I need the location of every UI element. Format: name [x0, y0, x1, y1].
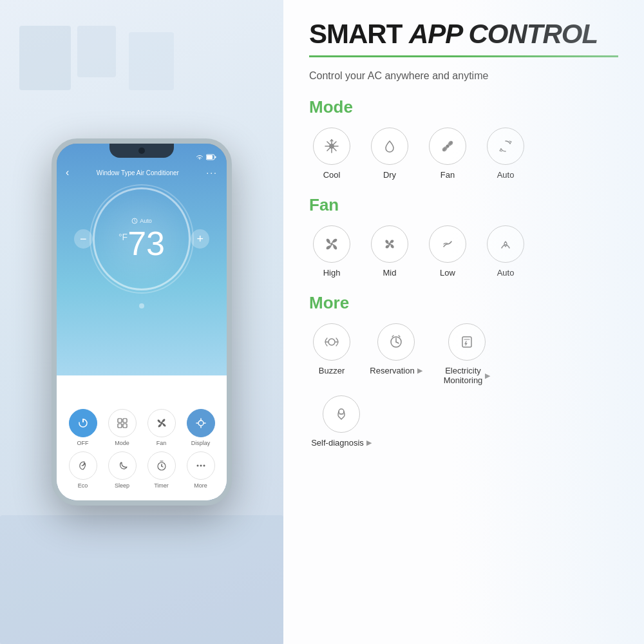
cool-icon-circle[interactable]: [313, 128, 350, 165]
reservation-icon-circle[interactable]: [377, 323, 415, 361]
more-icon-grid-2: Self-diagnosis ▶: [309, 395, 618, 448]
svg-rect-9: [123, 424, 127, 428]
fan-mid-icon-circle[interactable]: [371, 225, 408, 263]
more-electricity[interactable]: ElectricityMonitoring ▶: [438, 323, 496, 385]
timer-button-circle[interactable]: [147, 451, 176, 480]
fan-auto-label: Auto: [497, 268, 515, 278]
auto-mode-label: Auto: [497, 170, 515, 180]
svg-line-38: [392, 336, 393, 337]
title-area: SMART APP CONTROL: [309, 19, 618, 49]
reservation-label-row: Reservation ▶: [370, 366, 422, 375]
mode-fan[interactable]: Fan: [425, 128, 470, 180]
subtitle-text: Control your AC anywhere and anytime: [309, 70, 618, 82]
dry-icon-circle[interactable]: [371, 128, 408, 165]
fan-auto-icon-circle[interactable]: [487, 225, 524, 263]
fan-auto[interactable]: Auto: [483, 225, 528, 278]
auto-icon-circle[interactable]: [487, 128, 524, 165]
status-icons: [196, 154, 216, 160]
display-label: Display: [191, 440, 211, 446]
mode-dry[interactable]: Dry: [367, 128, 412, 180]
eco-label: Eco: [78, 482, 88, 489]
svg-point-42: [339, 409, 344, 414]
svg-point-31: [446, 145, 450, 148]
more-button-circle[interactable]: [187, 451, 215, 480]
mode-button-circle[interactable]: [108, 409, 137, 437]
phone-app-title: Window Type Air Conditioner: [97, 169, 179, 176]
svg-point-21: [200, 465, 202, 467]
fan-low-label: Low: [440, 268, 455, 278]
phone-bottom: OFF Mode Fan: [57, 400, 227, 500]
right-panel: SMART APP CONTROL Control your AC anywhe…: [283, 0, 644, 644]
mode-label: Auto: [131, 218, 152, 224]
mode-cool[interactable]: Cool: [309, 128, 354, 180]
buzzer-label: Buzzer: [319, 366, 345, 375]
left-panel: ‹ Window Type Air Conditioner ··· − Auto…: [0, 0, 283, 644]
fan-section-heading: Fan: [309, 195, 618, 215]
green-divider: [309, 55, 618, 57]
fan-high-icon-circle[interactable]: [313, 225, 350, 263]
svg-point-3: [132, 218, 137, 223]
svg-rect-8: [118, 424, 122, 428]
phone-mockup: ‹ Window Type Air Conditioner ··· − Auto…: [52, 138, 232, 506]
phone-buttons-row2: Eco Sleep Timer: [63, 451, 220, 489]
mode-btn-label: Mode: [115, 440, 129, 446]
fan-low[interactable]: Low: [425, 225, 470, 278]
phone-btn-fan[interactable]: Fan: [147, 409, 176, 446]
more-section-heading: More: [309, 293, 618, 313]
phone-btn-timer[interactable]: Timer: [147, 451, 176, 489]
diagnosis-icon-circle[interactable]: [323, 395, 360, 433]
mode-section-heading: Mode: [309, 97, 618, 117]
electricity-icon-circle[interactable]: [448, 323, 486, 361]
electricity-arrow: ▶: [485, 372, 490, 380]
more-self-diagnosis[interactable]: Self-diagnosis ▶: [309, 395, 374, 448]
phone-btn-display[interactable]: Display: [187, 409, 215, 446]
sleep-button-circle[interactable]: [108, 451, 137, 480]
svg-line-18: [162, 466, 163, 467]
eco-button-circle[interactable]: [69, 451, 97, 480]
mode-auto[interactable]: Auto: [483, 128, 528, 180]
power-button-circle[interactable]: [69, 409, 97, 437]
off-label: OFF: [77, 440, 89, 446]
fan-mode-icon-circle[interactable]: [429, 128, 466, 165]
fan-icon-grid: High Mid Low Auto: [309, 225, 618, 278]
fan-high[interactable]: High: [309, 225, 354, 278]
svg-point-33: [388, 243, 391, 245]
svg-point-10: [160, 422, 163, 424]
more-buzzer[interactable]: Buzzer: [309, 323, 354, 385]
fan-mid[interactable]: Mid: [367, 225, 412, 278]
thermostat-circle: Auto °F 73: [93, 187, 191, 290]
svg-line-39: [399, 336, 400, 337]
phone-screen: ‹ Window Type Air Conditioner ··· − Auto…: [57, 144, 227, 500]
phone-btn-eco[interactable]: Eco: [69, 451, 97, 489]
electricity-label: ElectricityMonitoring: [444, 366, 483, 385]
fan-button-circle[interactable]: [147, 409, 176, 437]
diagnosis-arrow: ▶: [366, 439, 372, 447]
svg-point-11: [198, 421, 204, 426]
mode-icon-grid: Cool Dry Fan Auto: [309, 128, 618, 180]
fan-mid-label: Mid: [383, 268, 397, 278]
phone-btn-more[interactable]: More: [187, 451, 215, 489]
svg-point-32: [330, 243, 333, 245]
reservation-arrow: ▶: [417, 366, 422, 375]
phone-btn-mode[interactable]: Mode: [108, 409, 137, 446]
page-title: SMART APP CONTROL: [309, 19, 618, 49]
fan-btn-label: Fan: [156, 440, 167, 446]
display-button-circle[interactable]: [187, 409, 215, 437]
svg-rect-1: [207, 155, 213, 159]
svg-rect-6: [118, 419, 122, 422]
temperature-display: °F 73: [118, 227, 165, 260]
phone-notch: [109, 144, 174, 158]
phone-buttons-row1: OFF Mode Fan: [63, 409, 220, 446]
phone-app-header: ‹ Window Type Air Conditioner ···: [57, 164, 227, 181]
phone-btn-off[interactable]: OFF: [69, 409, 97, 446]
phone-btn-sleep[interactable]: Sleep: [108, 451, 137, 489]
electricity-label-row: ElectricityMonitoring ▶: [444, 366, 491, 385]
svg-rect-40: [462, 337, 471, 347]
fan-low-icon-circle[interactable]: [429, 225, 466, 263]
diagnosis-label: Self-diagnosis: [311, 438, 364, 448]
buzzer-icon-circle[interactable]: [313, 323, 350, 361]
svg-point-20: [196, 465, 198, 467]
svg-rect-7: [123, 419, 127, 422]
fan-high-label: High: [323, 268, 341, 278]
more-reservation[interactable]: Reservation ▶: [367, 323, 425, 385]
